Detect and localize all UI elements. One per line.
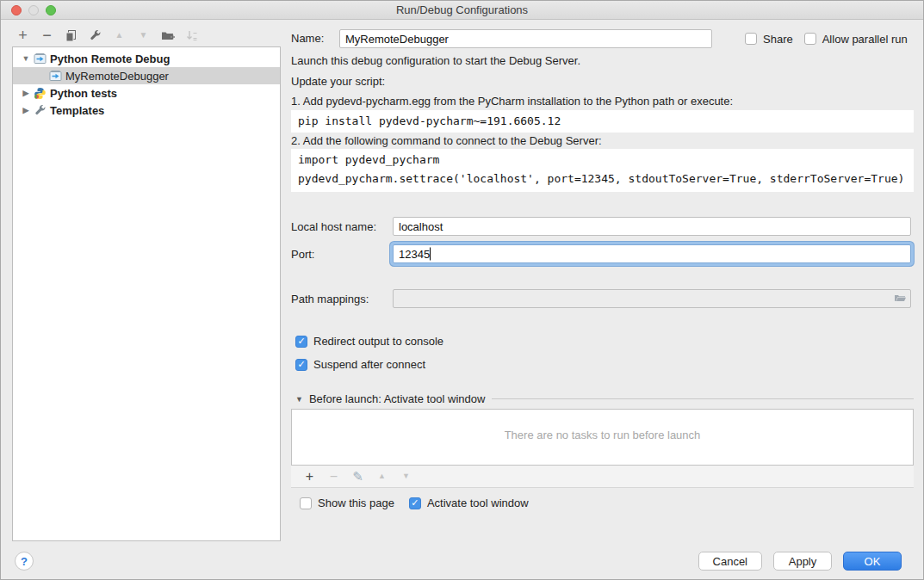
check-icon: ✓ — [411, 498, 419, 508]
tree-item-label: Python Remote Debug — [50, 52, 170, 65]
tree-item-python-remote-debug[interactable]: ▼ Python Remote Debug — [13, 50, 280, 67]
templates-wrench-icon — [34, 104, 47, 117]
text-caret — [430, 248, 431, 261]
tree-item-myremotedebugger[interactable]: MyRemoteDebugger — [13, 67, 280, 84]
activate-tool-window-checkbox[interactable]: ✓ — [409, 497, 421, 509]
port-input[interactable] — [393, 244, 911, 263]
move-task-down-button[interactable]: ▼ — [398, 468, 414, 484]
local-host-name-input[interactable] — [393, 217, 911, 236]
redirect-output-checkbox[interactable]: ✓ — [295, 336, 307, 348]
down-arrow-icon: ▼ — [140, 31, 148, 40]
instruction-step-2: 2. Add the following command to connect … — [291, 133, 602, 150]
chevron-right-icon[interactable]: ▶ — [21, 89, 31, 97]
suspend-after-connect-checkbox[interactable]: ✓ — [295, 359, 307, 371]
empty-task-list-message: There are no tasks to run before launch — [292, 429, 913, 441]
move-up-button[interactable]: ▲ — [111, 28, 127, 44]
check-icon: ✓ — [297, 336, 305, 346]
before-launch-toolbar: + − ✎ ▲ ▼ — [291, 466, 914, 488]
collapse-before-launch-icon[interactable]: ▼ — [295, 395, 303, 404]
show-this-page-checkbox[interactable] — [300, 497, 312, 509]
before-launch-header: Before launch: Activate tool window — [309, 392, 486, 405]
browse-path-mappings-button[interactable] — [893, 292, 907, 306]
path-mappings-input[interactable] — [393, 289, 911, 308]
up-arrow-icon: ▲ — [378, 472, 386, 480]
settrace-code-block: import pydevd_pycharm pydevd_pycharm.set… — [291, 149, 914, 192]
redirect-output-label: Redirect output to console — [313, 335, 443, 348]
configurations-toolbar: + − ▲ ▼ — [15, 27, 200, 44]
tree-item-label: MyRemoteDebugger — [65, 70, 169, 83]
share-label: Share — [763, 33, 793, 46]
plus-icon: + — [306, 470, 313, 484]
down-arrow-icon: ▼ — [402, 472, 410, 480]
instruction-line-1: Launch this debug configuration to start… — [291, 52, 580, 70]
activate-tool-window-label: Activate tool window — [427, 497, 529, 509]
tree-item-templates[interactable]: ▶ Templates — [13, 102, 280, 119]
cancel-button[interactable]: Cancel — [698, 552, 762, 571]
move-down-button[interactable]: ▼ — [135, 28, 152, 44]
edit-templates-button[interactable] — [87, 28, 103, 44]
wrench-icon — [89, 29, 102, 42]
run-debug-configurations-dialog: Run/Debug Configurations + − ▲ ▼ ▼ Pytho… — [0, 0, 924, 580]
code-line-import: import pydevd_pycharm — [298, 151, 907, 170]
copy-icon — [65, 29, 78, 42]
allow-parallel-run-checkbox[interactable] — [804, 33, 816, 45]
tree-item-label: Python tests — [50, 87, 117, 100]
instruction-step-1: 1. Add pydevd-pycharm.egg from the PyCha… — [291, 93, 733, 110]
minus-icon: − — [42, 28, 52, 43]
instruction-line-2: Update your script: — [291, 73, 385, 90]
remote-debug-config-icon — [34, 53, 47, 65]
suspend-after-connect-label: Suspend after connect — [313, 358, 425, 371]
configuration-form: Name: Share Allow parallel run Launch th… — [291, 1, 914, 580]
sort-az-icon — [186, 29, 198, 42]
sort-configurations-button[interactable] — [183, 28, 200, 44]
before-launch-task-list[interactable]: There are no tasks to run before launch — [291, 409, 914, 466]
ok-button[interactable]: OK — [843, 552, 902, 571]
remove-configuration-button[interactable]: − — [39, 28, 55, 44]
tree-item-python-tests[interactable]: ▶ Python tests — [13, 84, 280, 102]
chevron-down-icon[interactable]: ▼ — [21, 54, 31, 63]
share-checkbox[interactable] — [745, 33, 757, 45]
show-this-page-label: Show this page — [318, 497, 394, 509]
minus-icon: − — [330, 470, 338, 484]
help-icon: ? — [21, 555, 28, 568]
pip-install-command: pip install pydevd-pycharm~=191.6605.12 — [291, 110, 914, 133]
code-line-settrace: pydevd_pycharm.settrace('localhost', por… — [298, 170, 907, 188]
pencil-icon: ✎ — [352, 470, 363, 483]
copy-configuration-button[interactable] — [63, 28, 79, 44]
add-task-button[interactable]: + — [301, 468, 318, 484]
move-task-up-button[interactable]: ▲ — [374, 468, 390, 484]
allow-parallel-run-label: Allow parallel run — [822, 33, 908, 46]
port-label: Port: — [291, 248, 393, 261]
add-configuration-button[interactable]: + — [15, 28, 31, 44]
remove-task-button[interactable]: − — [326, 468, 342, 484]
dialog-buttons: Cancel Apply OK — [698, 552, 902, 571]
name-input[interactable] — [339, 29, 712, 48]
section-divider — [492, 398, 914, 399]
name-label: Name: — [291, 30, 339, 47]
edit-task-button[interactable]: ✎ — [350, 468, 366, 484]
new-folder-button[interactable] — [159, 28, 176, 44]
tree-item-label: Templates — [50, 104, 104, 117]
folder-plus-icon — [161, 29, 175, 42]
python-tests-icon — [34, 87, 47, 100]
path-mappings-label: Path mappings: — [291, 293, 393, 305]
folder-open-icon — [893, 292, 907, 304]
apply-button[interactable]: Apply — [773, 552, 832, 571]
configurations-tree: ▼ Python Remote Debug MyRemoteDebugger ▶… — [12, 46, 281, 541]
check-icon: ✓ — [297, 360, 305, 369]
plus-icon: + — [18, 28, 28, 43]
help-button[interactable]: ? — [15, 552, 34, 571]
chevron-right-icon[interactable]: ▶ — [21, 106, 31, 114]
local-host-name-label: Local host name: — [291, 220, 393, 233]
remote-debug-config-icon — [49, 71, 62, 82]
up-arrow-icon: ▲ — [115, 31, 124, 40]
